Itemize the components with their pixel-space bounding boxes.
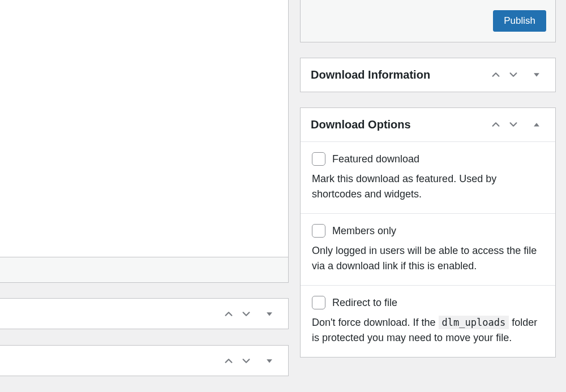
- option-label: Redirect to file: [332, 297, 397, 309]
- publish-metabox: Publish: [300, 0, 556, 42]
- svg-marker-0: [267, 312, 272, 316]
- code-path: dlm_uploads: [439, 316, 509, 329]
- option-description: Don't force download. If the dlm_uploads…: [312, 315, 544, 346]
- option-members-only: Members only Only logged in users will b…: [301, 213, 555, 285]
- move-down-icon[interactable]: [505, 116, 522, 133]
- checkbox-featured-download[interactable]: [312, 152, 325, 166]
- checkbox-redirect-to-file[interactable]: [312, 296, 325, 309]
- option-label: Members only: [332, 225, 396, 237]
- metabox-collapsed-2[interactable]: [0, 345, 289, 376]
- panel-controls: [487, 116, 545, 133]
- option-description: Mark this download as featured. Used by …: [312, 171, 544, 202]
- move-up-icon[interactable]: [487, 66, 504, 83]
- option-featured-download: Featured download Mark this download as …: [301, 141, 555, 213]
- option-description: Only logged in users will be able to acc…: [312, 243, 544, 274]
- download-information-header[interactable]: Download Information: [301, 58, 555, 92]
- move-up-icon[interactable]: [487, 116, 504, 133]
- move-up-icon[interactable]: [220, 305, 237, 322]
- move-down-icon[interactable]: [238, 305, 255, 322]
- checkbox-members-only[interactable]: [312, 224, 325, 238]
- publish-button[interactable]: Publish: [493, 10, 546, 32]
- option-redirect-to-file: Redirect to file Don't force download. I…: [301, 285, 555, 357]
- move-down-icon[interactable]: [505, 66, 522, 83]
- editor-column: [0, 0, 289, 392]
- option-label: Featured download: [332, 153, 419, 165]
- content-editor[interactable]: [0, 0, 289, 257]
- svg-marker-2: [534, 73, 539, 76]
- panel-title: Download Options: [311, 118, 411, 131]
- toggle-panel-icon[interactable]: [261, 305, 278, 322]
- toggle-panel-icon[interactable]: [261, 352, 278, 369]
- download-options-header[interactable]: Download Options: [301, 108, 555, 141]
- sidebar-column: Publish Download Information Download Op…: [300, 0, 556, 392]
- download-options-metabox: Download Options Featured download Mark …: [300, 107, 556, 357]
- panel-title: Download Information: [311, 68, 430, 81]
- download-information-metabox: Download Information: [300, 58, 556, 92]
- svg-marker-1: [267, 359, 272, 363]
- move-down-icon[interactable]: [238, 352, 255, 369]
- panel-controls: [487, 66, 545, 83]
- move-up-icon[interactable]: [220, 352, 237, 369]
- metabox-collapsed-1[interactable]: [0, 298, 289, 329]
- toggle-panel-icon[interactable]: [528, 66, 545, 83]
- svg-marker-3: [534, 123, 539, 126]
- toggle-panel-icon[interactable]: [528, 116, 545, 133]
